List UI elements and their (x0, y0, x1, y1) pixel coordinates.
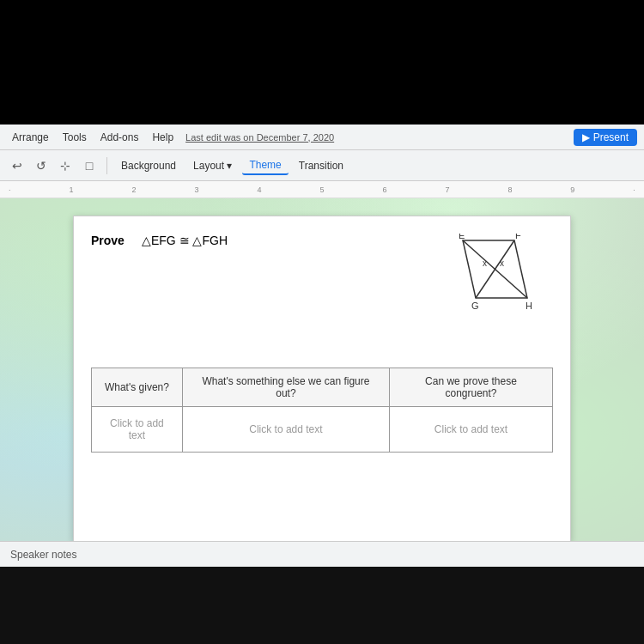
triangle-diagram: E F G H x x (416, 234, 553, 337)
black-bar-top (0, 0, 644, 125)
last-edit-label: Last edit was on December 7, 2020 (185, 132, 334, 143)
shape-icon[interactable]: □ (79, 155, 100, 176)
col-figure-out: What's something else we can figure out? (182, 368, 389, 407)
svg-text:H: H (526, 301, 532, 311)
table-row: Click to add text Click to add text Clic… (92, 407, 553, 453)
menu-arrange[interactable]: Arrange (7, 130, 54, 145)
speaker-notes-bar: Speaker notes (0, 541, 644, 567)
black-bar-bottom (0, 567, 644, 644)
cell-congruent[interactable]: Click to add text (389, 407, 552, 453)
table-header-row: What's given? What's something else we c… (92, 368, 553, 407)
toolbar-theme-btn[interactable]: Theme (242, 156, 288, 175)
svg-text:x: x (483, 258, 487, 268)
toolbar-background-btn[interactable]: Background (114, 157, 183, 174)
present-icon: ▶ (582, 131, 590, 143)
toolbar-separator (106, 157, 107, 174)
redo-icon[interactable]: ↺ (31, 155, 52, 176)
svg-line-2 (476, 240, 514, 298)
cell-figure-out[interactable]: Click to add text (182, 407, 389, 453)
diagram-area: E F G H x x (416, 234, 553, 337)
svg-text:G: G (471, 301, 479, 311)
svg-text:F: F (515, 234, 521, 240)
prove-label: Prove (91, 234, 125, 247)
cell-given[interactable]: Click to add text (92, 407, 183, 453)
toolbar-transition-btn[interactable]: Transition (292, 157, 350, 174)
svg-text:E: E (459, 234, 465, 240)
menu-help[interactable]: Help (147, 130, 179, 145)
undo-icon[interactable]: ↩ (7, 155, 27, 176)
col-given: What's given? (92, 368, 183, 407)
col-congruent: Can we prove these congruent? (389, 368, 552, 407)
svg-text:x: x (500, 258, 504, 268)
speaker-notes-label: Speaker notes (10, 549, 76, 561)
ruler: · 1 2 3 4 5 6 7 8 9 · (0, 181, 644, 198)
menu-bar: Arrange Tools Add-ons Help Last edit was… (0, 125, 644, 150)
toolbar: ↩ ↺ ⊹ □ Prove Background Layout ▾ Theme … (0, 150, 644, 181)
screen: Arrange Tools Add-ons Help Last edit was… (0, 125, 644, 567)
menu-tools[interactable]: Tools (58, 130, 92, 145)
proof-table: What's given? What's something else we c… (91, 368, 553, 453)
prove-equation: △EFG ≅ △FGH (142, 234, 228, 247)
slide-canvas[interactable]: E F G H x x Prove △EFG ≅ △FGH (73, 216, 571, 541)
slide-area[interactable]: E F G H x x Prove △EFG ≅ △FGH (0, 198, 644, 541)
toolbar-layout-btn[interactable]: Layout ▾ (186, 157, 239, 174)
select-icon[interactable]: ⊹ (55, 155, 76, 176)
ruler-content: · 1 2 3 4 5 6 7 8 9 · (0, 185, 644, 194)
menu-addons[interactable]: Add-ons (95, 130, 144, 145)
present-button[interactable]: ▶ Present (574, 129, 637, 146)
present-label: Present (593, 131, 629, 143)
